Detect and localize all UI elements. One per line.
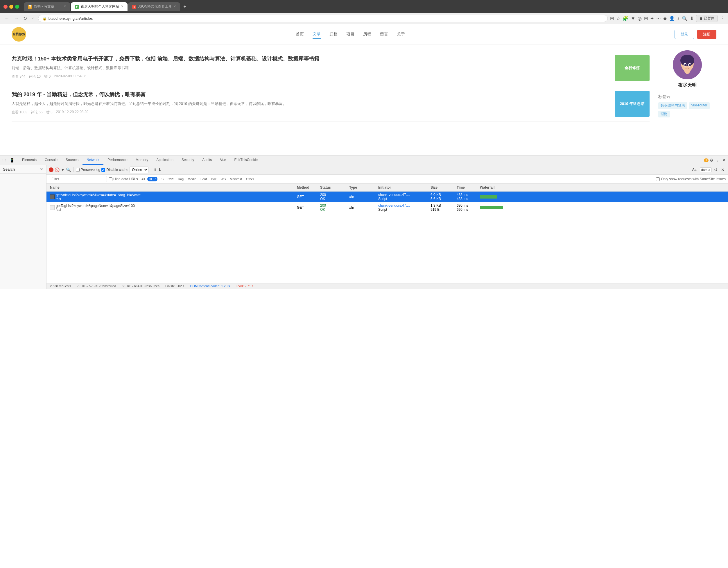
filter-button[interactable]: ▼ <box>61 167 65 172</box>
load-link[interactable]: Load: 2.71 s <box>236 284 253 288</box>
tab-close-json[interactable]: ✕ <box>173 5 176 8</box>
import-har-button[interactable]: ⬆ <box>153 167 157 172</box>
nav-about[interactable]: 关于 <box>397 30 405 38</box>
filter-type-xhr[interactable]: XHR <box>147 177 157 181</box>
tab-console[interactable]: Console <box>41 155 62 165</box>
apps-icon[interactable]: ⋯ <box>656 16 661 21</box>
star2-icon[interactable]: ✦ <box>650 16 654 21</box>
more-options-icon[interactable]: ⋮ <box>715 157 721 164</box>
new-tab-button[interactable]: + <box>181 3 189 11</box>
vpn-icon[interactable]: ▼ <box>631 16 635 21</box>
login-button[interactable]: 登录 <box>675 30 694 39</box>
forward-button[interactable]: → <box>13 15 20 22</box>
nav-projects[interactable]: 项目 <box>346 30 354 38</box>
tab-performance[interactable]: Performance <box>103 155 132 165</box>
maximize-traffic-light[interactable] <box>15 5 19 9</box>
table-row[interactable]: getArticleList?keyword=&likes=&state=1&t… <box>46 191 728 202</box>
tab-vue[interactable]: Vue <box>216 155 230 165</box>
tab-elements[interactable]: Elements <box>18 155 41 165</box>
export-har-button[interactable]: ⬇ <box>158 167 162 172</box>
device-toolbar-button[interactable]: 📱 <box>8 157 16 164</box>
filter-type-manifest[interactable]: Manifest <box>228 177 244 181</box>
tab-network[interactable]: Network <box>83 155 103 165</box>
account-icon[interactable]: 👤 <box>669 16 675 21</box>
dom-content-loaded-link[interactable]: DOMContentLoaded: 1.20 s <box>190 284 230 288</box>
nav-home[interactable]: 首页 <box>296 30 304 38</box>
col-waterfall[interactable]: Waterfall <box>479 185 726 190</box>
home-button[interactable]: ⌂ <box>31 15 36 22</box>
url-bar[interactable]: 🔒 biaochenxuying.cn/articles <box>38 15 608 22</box>
article-title[interactable]: 共克时艰！150+ 本技术类常用电子书开源了，免费下载，包括 前端、后端、数据结… <box>12 55 609 63</box>
search-button[interactable]: 🔍 <box>66 167 71 172</box>
col-time[interactable]: Time <box>456 185 479 190</box>
filter-type-other[interactable]: Other <box>244 177 256 181</box>
settings-icon[interactable]: ⚙ <box>709 157 715 164</box>
search2-icon[interactable]: 🔍 <box>682 16 688 21</box>
nav-history[interactable]: 历程 <box>363 30 371 38</box>
tab-security[interactable]: Security <box>177 155 198 165</box>
close-traffic-light[interactable] <box>3 5 8 9</box>
hide-data-urls-checkbox[interactable] <box>109 177 112 181</box>
disable-cache-checkbox[interactable] <box>101 168 105 172</box>
grid-icon[interactable]: ⊞ <box>644 16 648 21</box>
filter-type-all[interactable]: All <box>140 177 147 181</box>
tab-memory[interactable]: Memory <box>132 155 152 165</box>
disable-cache-label[interactable]: Disable cache <box>101 168 128 172</box>
tab-close-blog[interactable]: ✕ <box>121 5 123 8</box>
extensions-icon[interactable]: 🧩 <box>623 16 628 21</box>
samesite-filter-label[interactable]: Only show requests with SameSite issues <box>656 177 726 181</box>
tab-sources[interactable]: Sources <box>62 155 83 165</box>
hide-data-urls-label[interactable]: Hide data URLs <box>109 177 138 181</box>
col-initiator[interactable]: Initiator <box>377 185 429 190</box>
tab-close-jianshu[interactable]: ✕ <box>64 5 66 8</box>
tag-item[interactable]: 理财 <box>658 111 670 117</box>
filter-type-js[interactable]: JS <box>158 177 165 181</box>
tab-blog[interactable]: ▶ 夜尽天明的个人博客网站 ✕ <box>71 2 128 11</box>
feedly-icon[interactable]: ◆ <box>663 16 667 21</box>
filter-type-media[interactable]: Media <box>186 177 198 181</box>
samesite-checkbox[interactable] <box>656 177 660 181</box>
tag-item[interactable]: vue-router <box>689 102 710 109</box>
menu-icon[interactable]: ⋮ <box>720 16 725 21</box>
filter-type-img[interactable]: Img <box>177 177 185 181</box>
inspect-element-button[interactable]: ⬚ <box>1 157 7 164</box>
col-method[interactable]: Method <box>296 185 319 190</box>
tab-json[interactable]: {} JSON格式化查看工具 ✕ <box>128 2 180 11</box>
reload-button[interactable]: ↻ <box>22 15 28 22</box>
nav-messages[interactable]: 留言 <box>380 30 388 38</box>
font-size-aa-button[interactable]: Aa <box>692 168 696 172</box>
initiator-link[interactable]: chunk-vendors.47.... <box>378 193 410 197</box>
clear-button[interactable]: 🚫 <box>55 167 60 172</box>
initiator-link[interactable]: chunk-vendors.47.... <box>378 203 410 207</box>
register-button[interactable]: 注册 <box>697 30 716 39</box>
translate-icon[interactable]: ⊞ <box>610 16 614 21</box>
tab-editthiscookie[interactable]: EditThisCookie <box>230 155 262 165</box>
filter-input[interactable] <box>49 176 107 182</box>
filter-type-doc[interactable]: Doc <box>209 177 218 181</box>
minimize-traffic-light[interactable] <box>9 5 13 9</box>
filter-type-font[interactable]: Font <box>199 177 209 181</box>
tab-jianshuo[interactable]: 简 简书 - 写文章 ✕ <box>24 2 70 11</box>
col-type[interactable]: Type <box>348 185 377 190</box>
col-name[interactable]: Name <box>49 185 296 190</box>
tab-audits[interactable]: Audits <box>198 155 216 165</box>
search-panel-close[interactable]: ✕ <box>40 167 43 171</box>
download-manager-icon[interactable]: ⬇ <box>690 16 694 21</box>
filter-type-ws[interactable]: WS <box>219 177 228 181</box>
nav-articles[interactable]: 文章 <box>313 30 321 39</box>
paused-button[interactable]: ⏸ 已暂停 <box>696 15 718 22</box>
clear-filter-button[interactable]: ✕ <box>720 166 726 173</box>
record-button[interactable] <box>49 167 53 172</box>
preserve-log-label[interactable]: Preserve log <box>76 168 100 172</box>
circle-icon[interactable]: ◎ <box>638 16 642 21</box>
col-size[interactable]: Size <box>429 185 456 190</box>
col-status[interactable]: Status <box>319 185 348 190</box>
nav-archive[interactable]: 归档 <box>329 30 338 38</box>
preserve-log-checkbox[interactable] <box>76 168 80 172</box>
filter-type-css[interactable]: CSS <box>166 177 176 181</box>
bookmark-icon[interactable]: ☆ <box>616 16 620 21</box>
table-row[interactable]: getTagList?keyword=&pageNum=1&pageSize=1… <box>46 202 728 213</box>
music-icon[interactable]: ♪ <box>677 16 679 21</box>
refresh-filter-button[interactable]: ↺ <box>713 166 719 173</box>
article-title[interactable]: 我的 2019 年 - 当勤精进，但念无常，何以解忧，唯有暴富 <box>12 91 609 98</box>
